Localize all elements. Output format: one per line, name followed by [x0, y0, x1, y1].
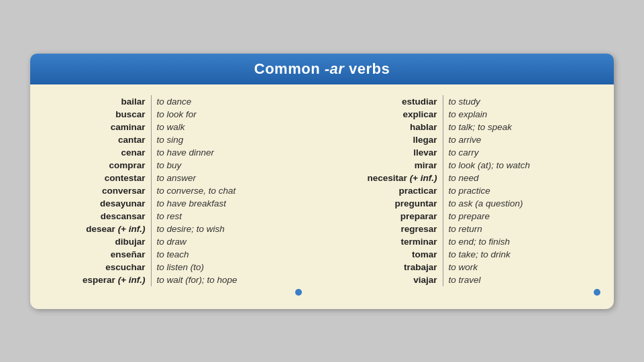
verb-cell: bailar: [44, 95, 151, 108]
left-column: bailarto dancebuscarto look forcaminarto…: [44, 95, 309, 286]
verb-cell: necesitar (+ inf.): [335, 172, 443, 184]
meaning-cell: to dance: [151, 95, 309, 108]
verb-cell: buscar: [44, 108, 151, 121]
meaning-cell: to explain: [443, 108, 600, 121]
table-row: contestarto answer: [44, 172, 309, 184]
table-row: bailarto dance: [44, 95, 309, 108]
table-row: desear (+ inf.)to desire; to wish: [44, 223, 309, 235]
right-column: estudiarto studyexplicarto explainhablar…: [335, 95, 600, 286]
meaning-cell: to desire; to wish: [151, 223, 309, 235]
meaning-cell: to teach: [151, 248, 309, 261]
verb-cell: comprar: [44, 159, 151, 172]
meaning-cell: to need: [443, 172, 600, 184]
verb-cell: preparar: [335, 210, 443, 223]
meaning-cell: to listen (to): [151, 261, 309, 274]
meaning-cell: to end; to finish: [443, 235, 600, 248]
dot-row: [30, 286, 614, 296]
column-spacer: [309, 95, 335, 286]
meaning-cell: to draw: [151, 235, 309, 248]
dot-right: [594, 289, 600, 296]
dot-left: [295, 289, 302, 296]
verb-cell: hablar: [335, 121, 443, 133]
table-row: regresarto return: [335, 223, 600, 235]
table-row: cantarto sing: [44, 133, 309, 146]
content-area: bailarto dancebuscarto look forcaminarto…: [30, 95, 614, 286]
verb-cell: caminar: [44, 121, 151, 133]
meaning-cell: to look (at); to watch: [443, 159, 600, 172]
verb-cell: descansar: [44, 210, 151, 223]
table-row: cenarto have dinner: [44, 146, 309, 159]
table-row: comprarto buy: [44, 159, 309, 172]
meaning-cell: to converse, to chat: [151, 184, 309, 197]
verb-cell: llevar: [335, 146, 443, 159]
verb-cell: regresar: [335, 223, 443, 235]
table-row: viajarto travel: [335, 274, 600, 286]
meaning-cell: to return: [443, 223, 600, 235]
verb-cell: escuchar: [44, 261, 151, 274]
table-row: escucharto listen (to): [44, 261, 309, 274]
verb-cell: preguntar: [335, 197, 443, 210]
meaning-cell: to sing: [151, 133, 309, 146]
meaning-cell: to take; to drink: [443, 248, 600, 261]
meaning-cell: to ask (a question): [443, 197, 600, 210]
verb-cell: cantar: [44, 133, 151, 146]
table-row: explicarto explain: [335, 108, 600, 121]
table-row: conversarto converse, to chat: [44, 184, 309, 197]
verb-cell: practicar: [335, 184, 443, 197]
verb-cell: viajar: [335, 274, 443, 286]
meaning-cell: to look for: [151, 108, 309, 121]
table-row: trabajarto work: [335, 261, 600, 274]
table-row: hablarto talk; to speak: [335, 121, 600, 133]
table-row: mirarto look (at); to watch: [335, 159, 600, 172]
meaning-cell: to arrive: [443, 133, 600, 146]
verb-cell: llegar: [335, 133, 443, 146]
card-title: Common -ar verbs: [44, 60, 600, 78]
meaning-cell: to answer: [151, 172, 309, 184]
verb-cell: dibujar: [44, 235, 151, 248]
meaning-cell: to practice: [443, 184, 600, 197]
meaning-cell: to walk: [151, 121, 309, 133]
verb-cell: terminar: [335, 235, 443, 248]
verb-cell: desayunar: [44, 197, 151, 210]
meaning-cell: to have breakfast: [151, 197, 309, 210]
meaning-cell: to study: [443, 95, 600, 108]
verb-cell: contestar: [44, 172, 151, 184]
table-row: esperar (+ inf.)to wait (for); to hope: [44, 274, 309, 286]
meaning-cell: to have dinner: [151, 146, 309, 159]
meaning-cell: to travel: [443, 274, 600, 286]
table-row: descansarto rest: [44, 210, 309, 223]
table-row: enseñarto teach: [44, 248, 309, 261]
verb-cell: desear (+ inf.): [44, 223, 151, 235]
table-row: practicarto practice: [335, 184, 600, 197]
meaning-cell: to buy: [151, 159, 309, 172]
verb-cell: estudiar: [335, 95, 443, 108]
meaning-cell: to prepare: [443, 210, 600, 223]
vocabulary-card: Common -ar verbs bailarto dancebuscarto …: [30, 54, 614, 309]
meaning-cell: to wait (for); to hope: [151, 274, 309, 286]
table-row: necesitar (+ inf.)to need: [335, 172, 600, 184]
meaning-cell: to work: [443, 261, 600, 274]
meaning-cell: to carry: [443, 146, 600, 159]
table-row: llegarto arrive: [335, 133, 600, 146]
table-row: caminarto walk: [44, 121, 309, 133]
verb-cell: mirar: [335, 159, 443, 172]
verb-cell: trabajar: [335, 261, 443, 274]
verb-cell: conversar: [44, 184, 151, 197]
table-row: tomarto take; to drink: [335, 248, 600, 261]
table-row: buscarto look for: [44, 108, 309, 121]
table-row: prepararto prepare: [335, 210, 600, 223]
verb-cell: enseñar: [44, 248, 151, 261]
meaning-cell: to talk; to speak: [443, 121, 600, 133]
card-header: Common -ar verbs: [30, 54, 614, 84]
verb-cell: esperar (+ inf.): [44, 274, 151, 286]
table-row: llevarto carry: [335, 146, 600, 159]
verb-cell: tomar: [335, 248, 443, 261]
table-row: estudiarto study: [335, 95, 600, 108]
verb-cell: cenar: [44, 146, 151, 159]
meaning-cell: to rest: [151, 210, 309, 223]
table-row: desayunarto have breakfast: [44, 197, 309, 210]
table-row: terminarto end; to finish: [335, 235, 600, 248]
verb-cell: explicar: [335, 108, 443, 121]
table-row: dibujarto draw: [44, 235, 309, 248]
table-row: preguntarto ask (a question): [335, 197, 600, 210]
